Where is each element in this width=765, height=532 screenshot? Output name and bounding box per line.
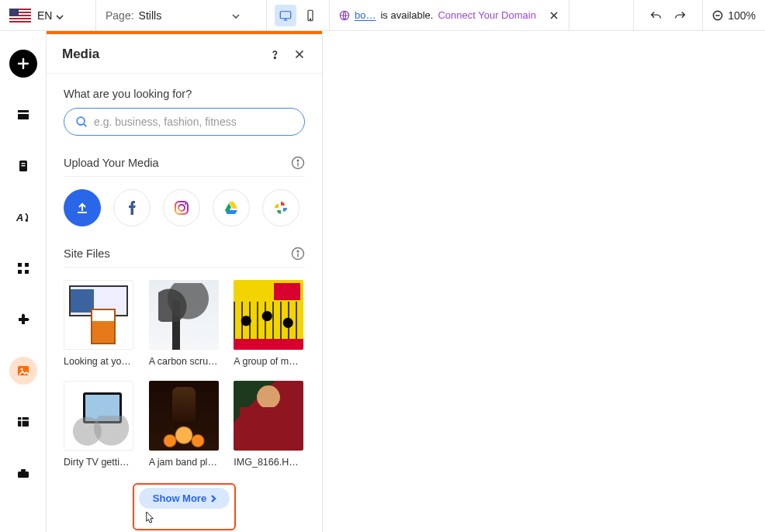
svg-rect-13 <box>25 263 29 267</box>
file-item[interactable]: A group of m… <box>234 280 303 367</box>
svg-point-29 <box>185 203 186 205</box>
svg-point-24 <box>77 117 85 125</box>
site-files-section: Site Files Looking at yo…A carbon scru…A… <box>64 247 305 530</box>
facebook-button[interactable] <box>113 189 151 226</box>
domain-name[interactable]: bo… <box>355 9 376 21</box>
data-button[interactable] <box>9 408 37 436</box>
file-name: A carbon scru… <box>149 356 219 367</box>
media-button[interactable] <box>9 357 37 385</box>
zoom-value: 100% <box>728 9 756 22</box>
flag-us-icon <box>9 9 31 22</box>
file-item[interactable]: A carbon scru… <box>149 280 219 367</box>
file-thumbnail[interactable] <box>234 381 303 451</box>
cursor-icon <box>145 513 156 527</box>
page-selector-label: Page: <box>106 9 134 22</box>
svg-rect-20 <box>18 417 29 427</box>
chevron-right-icon <box>209 495 217 503</box>
language-picker[interactable]: EN <box>0 0 96 30</box>
zoom-out-icon <box>712 10 723 21</box>
file-name: A group of m… <box>234 356 303 367</box>
svg-rect-22 <box>21 469 26 472</box>
upload-section-title: Upload Your Media <box>64 157 291 169</box>
page-selector-value: Stills <box>139 9 162 22</box>
history-controls <box>634 0 703 30</box>
info-icon[interactable] <box>291 156 305 170</box>
language-label: EN <box>37 9 52 22</box>
search-label: What are you looking for? <box>64 88 305 100</box>
svg-point-11 <box>26 219 28 222</box>
spacer <box>569 0 634 30</box>
upload-device-button[interactable] <box>64 189 101 226</box>
files-grid: Looking at yo…A carbon scru…A group of m… <box>64 280 305 468</box>
chevron-down-icon <box>55 11 64 20</box>
svg-point-23 <box>274 57 275 59</box>
panel-scroll[interactable]: What are you looking for? Upload Your Me… <box>47 74 322 532</box>
left-rail: A <box>0 31 47 532</box>
svg-text:A: A <box>16 212 23 223</box>
domain-available-text: is available. <box>380 9 433 21</box>
media-panel: Media What are you looking for? Upload Y… <box>47 31 323 532</box>
instagram-button[interactable] <box>163 189 200 226</box>
show-more-highlight: Show More <box>133 483 236 530</box>
file-name: IMG_8166.HEIC <box>234 457 303 468</box>
svg-point-26 <box>297 160 299 161</box>
svg-point-28 <box>178 205 185 211</box>
search-input[interactable] <box>94 116 293 128</box>
panel-title: Media <box>62 47 257 62</box>
svg-point-17 <box>26 318 29 320</box>
top-bar: EN Page: Stills bo… is available. Conne <box>0 0 765 31</box>
file-name: Looking at yo… <box>64 356 133 367</box>
file-name: Dirty TV getti… <box>64 457 133 468</box>
sections-button[interactable] <box>9 101 37 129</box>
svg-rect-9 <box>21 165 25 166</box>
redo-button[interactable] <box>671 6 690 25</box>
svg-rect-12 <box>18 263 22 267</box>
file-item[interactable]: IMG_8166.HEIC <box>234 381 303 468</box>
file-thumbnail[interactable] <box>149 280 219 350</box>
file-thumbnail[interactable] <box>64 381 133 451</box>
show-more-label: Show More <box>153 492 206 504</box>
device-toggle <box>267 0 330 30</box>
site-files-title: Site Files <box>64 247 291 260</box>
upload-section: Upload Your Media <box>64 156 305 226</box>
page-selector[interactable]: Page: Stills <box>96 0 267 30</box>
close-icon[interactable] <box>549 10 559 21</box>
svg-rect-6 <box>18 114 29 119</box>
svg-rect-0 <box>280 11 291 18</box>
svg-rect-8 <box>21 163 25 164</box>
addons-button[interactable] <box>9 306 37 333</box>
file-thumbnail[interactable] <box>149 381 219 451</box>
file-item[interactable]: Looking at yo… <box>64 280 133 367</box>
mobile-view-button[interactable] <box>299 5 321 26</box>
svg-point-19 <box>20 368 22 370</box>
add-button[interactable] <box>9 50 37 78</box>
panel-header: Media <box>47 34 322 74</box>
close-icon[interactable] <box>292 47 306 61</box>
file-name: A jam band pl… <box>149 457 219 468</box>
desktop-view-button[interactable] <box>275 5 296 26</box>
connect-domain-link[interactable]: Connect Your Domain <box>438 9 535 21</box>
search-box[interactable] <box>64 108 305 136</box>
show-more-button[interactable]: Show More <box>139 488 230 509</box>
business-button[interactable] <box>9 459 37 487</box>
file-thumbnail[interactable] <box>234 280 303 350</box>
domain-connect-bar: bo… is available. Connect Your Domain <box>330 0 569 30</box>
svg-rect-21 <box>18 472 29 478</box>
svg-point-31 <box>297 250 299 252</box>
info-icon[interactable] <box>291 247 305 261</box>
design-button[interactable]: A <box>9 203 37 231</box>
google-drive-button[interactable] <box>213 189 250 226</box>
help-icon[interactable] <box>268 47 282 61</box>
undo-button[interactable] <box>646 6 665 25</box>
file-thumbnail[interactable] <box>64 280 133 350</box>
svg-rect-15 <box>25 270 29 274</box>
svg-point-16 <box>22 313 24 316</box>
pages-button[interactable] <box>9 152 37 180</box>
apps-grid-button[interactable] <box>9 254 37 282</box>
svg-rect-14 <box>18 270 22 274</box>
zoom-control[interactable]: 100% <box>703 0 765 30</box>
google-photos-button[interactable] <box>262 189 299 226</box>
file-item[interactable]: Dirty TV getti… <box>64 381 133 468</box>
svg-point-2 <box>310 19 310 19</box>
file-item[interactable]: A jam band pl… <box>149 381 219 468</box>
